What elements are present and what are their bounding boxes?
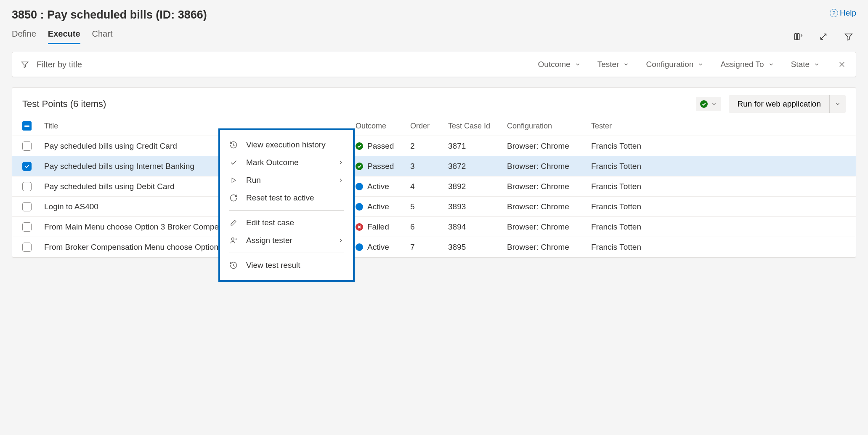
row-checkbox[interactable]: [22, 162, 32, 171]
col-order[interactable]: Order: [408, 122, 446, 131]
row-checkbox[interactable]: [22, 222, 32, 232]
filter-icon[interactable]: [844, 32, 854, 42]
select-all-checkbox[interactable]: [22, 121, 32, 131]
run-web-dropdown[interactable]: [829, 95, 846, 113]
filter-state[interactable]: State: [791, 60, 820, 69]
cell-outcome: Active: [353, 243, 408, 252]
run-web-button[interactable]: Run for web application: [729, 95, 829, 113]
chevron-down-icon: [768, 61, 774, 67]
filter-tester[interactable]: Tester: [597, 60, 629, 69]
menu-divider: [229, 210, 344, 211]
tab-chart[interactable]: Chart: [92, 29, 113, 44]
history-icon: [229, 261, 238, 270]
svg-rect-0: [795, 34, 797, 40]
check-icon: [229, 158, 238, 167]
filter-bar: Outcome Tester Configuration Assigned To…: [12, 52, 856, 77]
cell-tester: Francis Totten: [589, 243, 856, 252]
filter-configuration[interactable]: Configuration: [646, 60, 703, 69]
cell-configuration: Browser: Chrome: [504, 202, 589, 211]
cell-order: 3: [408, 162, 446, 171]
svg-rect-1: [797, 34, 799, 40]
chevron-down-icon: [814, 61, 820, 67]
panel-title: Test Points (6 items): [22, 99, 106, 109]
help-icon: ?: [830, 9, 838, 17]
test-points-panel: Test Points (6 items) Run for web applic…: [12, 87, 856, 258]
assign-tester-icon: [229, 236, 238, 245]
table-row[interactable]: Pay scheduled bills using Credit CardPas…: [12, 136, 856, 156]
menu-mark-outcome[interactable]: Mark Outcome: [220, 154, 353, 171]
cell-configuration: Browser: Chrome: [504, 182, 589, 191]
passed-icon: [700, 100, 708, 108]
cell-tester: Francis Totten: [589, 141, 856, 151]
help-label: Help: [840, 8, 856, 18]
table-row[interactable]: Pay scheduled bills using Debit CardActi…: [12, 176, 856, 197]
col-configuration[interactable]: Configuration: [504, 122, 589, 131]
menu-reset-to-active[interactable]: Reset test to active: [220, 189, 353, 207]
row-context-menu: View execution history Mark Outcome Run: [218, 128, 355, 282]
cell-test-case-id: 3894: [446, 222, 504, 232]
cell-test-case-id: 3872: [446, 162, 504, 171]
cell-order: 7: [408, 243, 446, 252]
chevron-right-icon: [338, 177, 344, 183]
cell-test-case-id: 3893: [446, 202, 504, 211]
filter-title-input[interactable]: [36, 59, 204, 70]
failed-icon: [356, 223, 363, 231]
menu-view-test-result[interactable]: View test result: [220, 256, 353, 274]
active-icon: [356, 183, 363, 190]
chevron-right-icon: [338, 160, 344, 165]
page-title: 3850 : Pay scheduled bills (ID: 3866): [12, 8, 207, 21]
filter-outcome[interactable]: Outcome: [538, 60, 581, 69]
filter-assigned-to[interactable]: Assigned To: [720, 60, 774, 69]
row-checkbox[interactable]: [22, 202, 32, 211]
row-checkbox[interactable]: [22, 182, 32, 191]
menu-edit-test-case[interactable]: Edit test case: [220, 214, 353, 232]
passed-icon: [356, 163, 363, 170]
table-row[interactable]: Login to AS400Active53893Browser: Chrome…: [12, 197, 856, 217]
test-points-table: Title Outcome Order Test Case Id Configu…: [12, 119, 856, 257]
cell-configuration: Browser: Chrome: [504, 222, 589, 232]
col-outcome[interactable]: Outcome: [353, 122, 408, 131]
cell-test-case-id: 3871: [446, 141, 504, 151]
cell-tester: Francis Totten: [589, 222, 856, 232]
filter-funnel-icon: [21, 60, 29, 69]
chevron-down-icon: [698, 61, 703, 67]
cell-configuration: Browser: Chrome: [504, 243, 589, 252]
cell-tester: Francis Totten: [589, 162, 856, 171]
cell-outcome: Failed: [353, 222, 408, 232]
cell-order: 4: [408, 182, 446, 191]
cell-outcome: Active: [353, 202, 408, 211]
play-icon: [229, 176, 238, 184]
cell-tester: Francis Totten: [589, 182, 856, 191]
reset-icon: [229, 194, 238, 202]
edit-icon: [229, 219, 238, 227]
col-test-case-id[interactable]: Test Case Id: [446, 122, 504, 131]
clear-filters-icon[interactable]: [836, 61, 847, 68]
chevron-down-icon: [835, 101, 841, 107]
fullscreen-icon[interactable]: [818, 32, 828, 42]
chevron-down-icon: [623, 61, 629, 67]
cell-tester: Francis Totten: [589, 202, 856, 211]
column-options-icon[interactable]: [793, 32, 803, 42]
menu-view-execution-history[interactable]: View execution history: [220, 136, 353, 154]
menu-divider: [229, 253, 344, 253]
outcome-status-dropdown[interactable]: [696, 97, 721, 111]
tab-define[interactable]: Define: [12, 29, 36, 44]
cell-configuration: Browser: Chrome: [504, 141, 589, 151]
tab-execute[interactable]: Execute: [48, 29, 80, 44]
cell-configuration: Browser: Chrome: [504, 162, 589, 171]
menu-assign-tester[interactable]: Assign tester: [220, 232, 353, 249]
row-checkbox[interactable]: [22, 141, 32, 151]
cell-outcome: Active: [353, 182, 408, 191]
chevron-right-icon: [338, 238, 344, 243]
table-row[interactable]: Pay scheduled bills using Internet Banki…: [12, 156, 856, 176]
menu-run[interactable]: Run: [220, 171, 353, 189]
help-link[interactable]: ? Help: [830, 8, 856, 18]
col-tester[interactable]: Tester: [589, 122, 856, 131]
active-icon: [356, 243, 363, 251]
history-icon: [229, 141, 238, 149]
cell-test-case-id: 3892: [446, 182, 504, 191]
row-checkbox[interactable]: [22, 243, 32, 252]
cell-order: 2: [408, 141, 446, 151]
table-row[interactable]: From Broker Compensation Menu choose Opt…: [12, 237, 856, 257]
table-row[interactable]: From Main Menu choose Option 3 Broker Co…: [12, 217, 856, 237]
